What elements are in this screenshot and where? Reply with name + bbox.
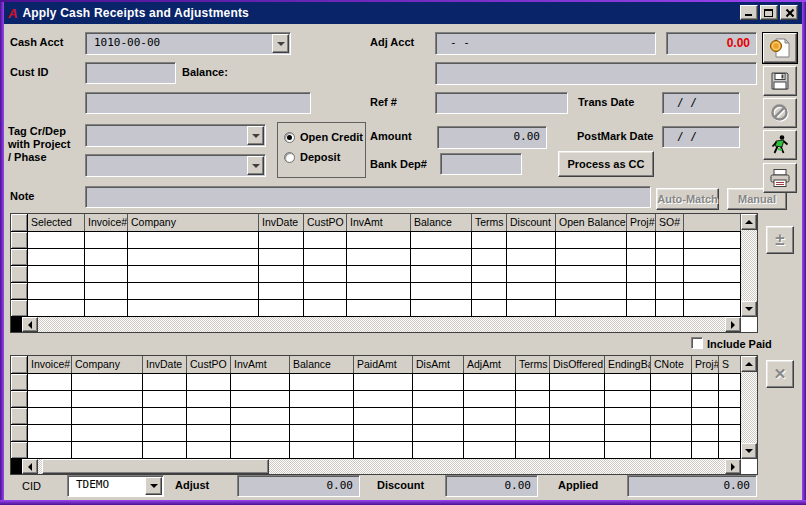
table-cell[interactable]	[507, 232, 556, 248]
table-cell[interactable]	[231, 374, 290, 390]
table-cell[interactable]	[259, 249, 304, 265]
auto-match-button[interactable]: Auto-Match	[656, 188, 719, 210]
table-cell[interactable]	[187, 391, 231, 407]
scroll-up-button[interactable]	[741, 214, 757, 230]
table-cell[interactable]	[605, 442, 651, 458]
close-button[interactable]	[780, 5, 798, 20]
table-cell[interactable]	[187, 442, 231, 458]
scroll-thumb[interactable]	[42, 459, 269, 474]
column-header[interactable]: Selected	[28, 214, 85, 231]
scroll-right-button[interactable]	[725, 459, 741, 474]
column-header[interactable]: AdjAmt	[464, 356, 516, 373]
table-cell[interactable]	[128, 266, 259, 282]
table-cell[interactable]	[464, 408, 516, 424]
discount-field[interactable]: 0.00	[445, 475, 538, 497]
project-combobox[interactable]	[85, 124, 266, 147]
row-selector[interactable]	[11, 232, 28, 248]
amount-field[interactable]: 0.00	[437, 126, 547, 149]
column-header[interactable]: Balance	[290, 356, 354, 373]
cancel-button[interactable]	[763, 98, 797, 128]
bank-dep-field[interactable]	[440, 153, 522, 175]
row-selector[interactable]	[11, 391, 28, 407]
column-header[interactable]: EndingBal	[605, 356, 651, 373]
column-header[interactable]: PaidAmt	[354, 356, 413, 373]
table-row[interactable]	[11, 442, 741, 459]
table-cell[interactable]	[507, 249, 556, 265]
table-cell[interactable]	[656, 232, 684, 248]
table-cell[interactable]	[651, 425, 692, 441]
table-cell[interactable]	[72, 391, 143, 407]
table-cell[interactable]	[128, 249, 259, 265]
table-cell[interactable]	[304, 300, 347, 316]
scroll-right-button[interactable]	[725, 317, 741, 332]
table-cell[interactable]	[85, 232, 128, 248]
table-cell[interactable]	[719, 425, 741, 441]
scroll-track[interactable]	[38, 317, 725, 332]
maximize-button[interactable]	[760, 5, 778, 20]
table-cell[interactable]	[507, 300, 556, 316]
table-cell[interactable]	[304, 283, 347, 299]
table-cell[interactable]	[605, 391, 651, 407]
row-selector-header[interactable]	[11, 214, 28, 231]
table-cell[interactable]	[28, 232, 85, 248]
table-cell[interactable]	[28, 249, 85, 265]
phase-dropdown-button[interactable]	[247, 156, 264, 175]
open-invoices-grid[interactable]: SelectedInvoice#CompanyInvDateCustPOInvA…	[10, 213, 758, 333]
column-header[interactable]: SO#	[656, 214, 684, 231]
applied-horizontal-scrollbar[interactable]	[11, 459, 757, 474]
table-cell[interactable]	[290, 408, 354, 424]
table-cell[interactable]	[259, 232, 304, 248]
table-cell[interactable]	[347, 249, 411, 265]
table-cell[interactable]	[627, 300, 656, 316]
open-invoices-vertical-scrollbar[interactable]	[741, 214, 757, 317]
table-cell[interactable]	[464, 391, 516, 407]
ref-field[interactable]	[435, 92, 568, 114]
table-cell[interactable]	[605, 374, 651, 390]
table-cell[interactable]	[290, 391, 354, 407]
table-cell[interactable]	[550, 374, 605, 390]
table-cell[interactable]	[627, 283, 656, 299]
table-cell[interactable]	[354, 408, 413, 424]
open-credit-radio[interactable]	[284, 132, 295, 143]
cash-acct-dropdown-button[interactable]	[272, 34, 289, 53]
new-receipt-button[interactable]	[763, 33, 797, 63]
table-cell[interactable]	[651, 442, 692, 458]
minimize-button[interactable]	[740, 5, 758, 20]
table-cell[interactable]	[28, 408, 72, 424]
scroll-track[interactable]	[741, 230, 757, 301]
row-selector[interactable]	[11, 425, 28, 441]
cid-dropdown-button[interactable]	[145, 477, 162, 495]
table-cell[interactable]	[85, 266, 128, 282]
table-cell[interactable]	[187, 374, 231, 390]
table-cell[interactable]	[472, 249, 507, 265]
table-cell[interactable]	[516, 442, 550, 458]
table-cell[interactable]	[347, 232, 411, 248]
include-paid-checkbox[interactable]	[691, 337, 703, 349]
table-cell[interactable]	[413, 425, 464, 441]
table-cell[interactable]	[28, 283, 85, 299]
table-cell[interactable]	[627, 232, 656, 248]
cash-acct-combobox[interactable]: 1010-00-00	[85, 32, 291, 55]
table-cell[interactable]	[143, 391, 187, 407]
table-cell[interactable]	[516, 408, 550, 424]
table-cell[interactable]	[72, 408, 143, 424]
column-header[interactable]: DisOffered	[550, 356, 605, 373]
scroll-down-button[interactable]	[741, 443, 757, 459]
table-cell[interactable]	[143, 374, 187, 390]
scroll-track[interactable]	[38, 459, 725, 474]
table-cell[interactable]	[128, 232, 259, 248]
table-cell[interactable]	[684, 300, 741, 316]
table-cell[interactable]	[354, 374, 413, 390]
table-cell[interactable]	[550, 442, 605, 458]
customer-name-field[interactable]	[85, 92, 311, 114]
column-header[interactable]: Invoice#	[28, 356, 72, 373]
table-cell[interactable]	[516, 374, 550, 390]
table-cell[interactable]	[259, 300, 304, 316]
column-header[interactable]: InvDate	[143, 356, 187, 373]
open-credit-radio-row[interactable]: Open Credit	[284, 131, 363, 143]
row-selector[interactable]	[11, 374, 28, 390]
table-cell[interactable]	[85, 283, 128, 299]
trans-date-field[interactable]: / /	[662, 92, 740, 114]
titlebar[interactable]: A Apply Cash Receipts and Adjustments	[4, 2, 802, 24]
table-cell[interactable]	[187, 408, 231, 424]
